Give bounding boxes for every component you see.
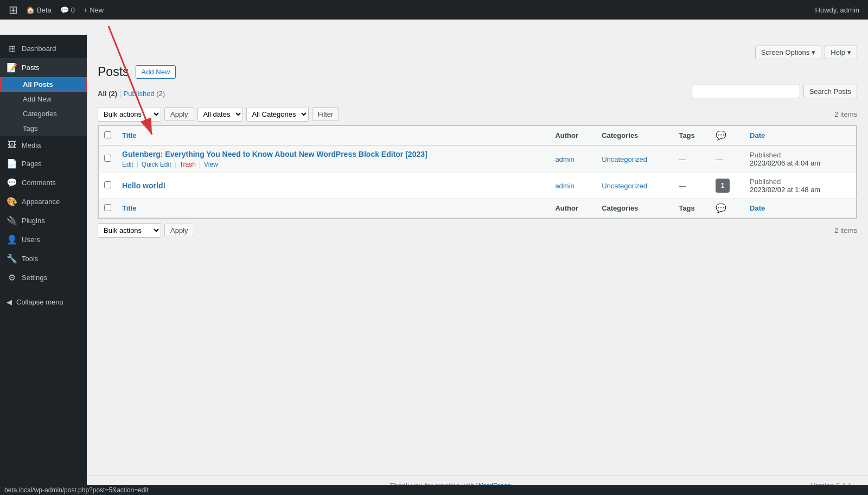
- table-footer-header-row: Title Author Categories Tags 💬: [99, 199, 857, 218]
- collapse-menu-btn[interactable]: ◀ Collapse menu: [0, 287, 87, 310]
- row1-author-link[interactable]: admin: [555, 155, 574, 163]
- help-btn[interactable]: Help ▾: [825, 46, 857, 59]
- row2-author-link[interactable]: admin: [555, 182, 574, 190]
- filter-published[interactable]: Published (2): [124, 90, 165, 98]
- posts-page-header: Posts Add New: [98, 65, 857, 79]
- topbar-site-link[interactable]: 🏠 Beta: [22, 0, 56, 20]
- sidebar-item-dashboard[interactable]: ⊞ Dashboard: [0, 39, 87, 58]
- posts-page-title: Posts: [98, 65, 129, 79]
- sidebar-label-posts: Posts: [22, 64, 40, 72]
- row2-categories-cell: Uncategorized: [596, 173, 673, 199]
- th-date[interactable]: Date: [744, 126, 856, 145]
- tf-title[interactable]: Title: [117, 199, 550, 218]
- row1-title-link[interactable]: Gutenberg: Everything You Need to Know A…: [122, 150, 427, 158]
- bulk-actions-group: Bulk actions Edit Move to Trash Apply Al…: [98, 107, 339, 122]
- date-filter-select[interactable]: All dates: [197, 107, 243, 122]
- row1-categories-cell: Uncategorized: [596, 145, 673, 173]
- sidebar-label-pages: Pages: [22, 160, 42, 168]
- th-title-label: Title: [122, 131, 137, 139]
- all-posts-label: All Posts: [23, 80, 53, 88]
- row2-checkbox[interactable]: [104, 181, 111, 188]
- th-categories: Categories: [596, 126, 673, 145]
- search-posts-btn[interactable]: Search Posts: [803, 85, 857, 98]
- sidebar-item-tools[interactable]: 🔧 Tools: [0, 249, 87, 268]
- row1-category-link[interactable]: Uncategorized: [602, 155, 647, 163]
- th-categories-label: Categories: [602, 131, 638, 139]
- row1-date-value: 2023/02/06 at 4:04 am: [750, 159, 851, 167]
- row1-trash-link[interactable]: Trash: [180, 161, 196, 168]
- th-comments: 💬: [710, 126, 744, 145]
- sidebar-label-plugins: Plugins: [22, 217, 45, 225]
- th-tags-label: Tags: [679, 131, 694, 139]
- topbar-comments-link[interactable]: 💬 0: [56, 0, 79, 20]
- row1-comments-cell: —: [710, 145, 744, 173]
- sidebar-item-media[interactable]: 🖼 Media: [0, 136, 87, 154]
- row1-edit-link[interactable]: Edit: [122, 161, 133, 168]
- filter-btn[interactable]: Filter: [312, 107, 340, 121]
- main-content: Screen Options ▾ Help ▾ Posts Add New Al…: [87, 35, 868, 495]
- wp-logo[interactable]: ⊞: [4, 0, 22, 20]
- filter-search-row: All (2) | Published (2) Search Posts: [98, 85, 857, 103]
- help-label: Help: [831, 48, 845, 56]
- bottom-toolbar: Bulk actions Edit Move to Trash Apply 2 …: [98, 223, 857, 238]
- row2-comment-count[interactable]: 1: [716, 179, 730, 193]
- apply-btn-top[interactable]: Apply: [164, 107, 194, 121]
- tf-comments: 💬: [710, 199, 744, 218]
- row1-date-status: Published: [750, 151, 851, 159]
- categories-label: Categories: [23, 110, 57, 118]
- categories-filter-select[interactable]: All Categories: [246, 107, 309, 122]
- sidebar-item-users[interactable]: 👤 Users: [0, 230, 87, 249]
- sidebar-item-add-new[interactable]: Add New: [0, 92, 87, 106]
- row1-quick-edit-link[interactable]: Quick Edit: [142, 161, 171, 168]
- screen-options-arrow: ▾: [812, 48, 815, 56]
- comments-col-icon: 💬: [716, 131, 726, 140]
- topbar-howdy: Howdy, admin: [815, 6, 859, 14]
- filter-all[interactable]: All (2): [98, 90, 117, 98]
- row2-title-link[interactable]: Hello world!: [122, 181, 165, 190]
- row1-checkbox[interactable]: [104, 155, 111, 162]
- collapse-label: Collapse menu: [16, 298, 63, 306]
- add-new-sub-label: Add New: [23, 95, 52, 103]
- row2-tags-value: —: [679, 182, 686, 190]
- bulk-actions-select-top[interactable]: Bulk actions Edit Move to Trash: [98, 107, 161, 122]
- sidebar-item-plugins[interactable]: 🔌 Plugins: [0, 211, 87, 230]
- top-items-count: 2 items: [834, 110, 857, 118]
- tf-author: Author: [550, 199, 596, 218]
- row2-date-status: Published: [750, 177, 851, 186]
- sidebar-item-pages[interactable]: 📄 Pages: [0, 154, 87, 173]
- select-all-checkbox[interactable]: [104, 131, 111, 138]
- add-new-btn[interactable]: Add New: [136, 65, 176, 79]
- screen-options-btn[interactable]: Screen Options ▾: [755, 46, 822, 59]
- select-all-bottom-checkbox[interactable]: [104, 204, 111, 211]
- sidebar-item-comments[interactable]: 💬 Comments: [0, 173, 87, 192]
- th-title[interactable]: Title: [117, 126, 550, 145]
- apply-btn-bottom[interactable]: Apply: [164, 224, 194, 237]
- tf-date[interactable]: Date: [744, 199, 856, 218]
- row1-author-cell: admin: [550, 145, 596, 173]
- sidebar-item-settings[interactable]: ⚙ Settings: [0, 268, 87, 287]
- plugins-icon: 🔌: [7, 215, 17, 226]
- filter-links: All (2) | Published (2): [98, 90, 165, 98]
- topbar-new-link[interactable]: + New: [79, 6, 108, 14]
- bulk-actions-select-bottom[interactable]: Bulk actions Edit Move to Trash: [98, 223, 161, 238]
- topbar-new-label: + New: [84, 6, 104, 14]
- th-date-label: Date: [750, 131, 765, 139]
- sidebar-item-all-posts[interactable]: All Posts: [0, 77, 87, 92]
- tf-categories: Categories: [596, 199, 673, 218]
- media-icon: 🖼: [7, 140, 17, 150]
- posts-table-wrapper: Title Author Categories Tags 💬: [98, 125, 857, 219]
- sidebar-item-posts[interactable]: 📝 Posts: [0, 58, 87, 77]
- row1-view-link[interactable]: View: [204, 161, 218, 168]
- sidebar-item-appearance[interactable]: 🎨 Appearance: [0, 192, 87, 211]
- screen-options-label: Screen Options: [761, 48, 810, 56]
- row2-category-link[interactable]: Uncategorized: [602, 182, 647, 190]
- sidebar-item-categories[interactable]: Categories: [0, 106, 87, 121]
- th-checkbox: [99, 126, 117, 145]
- tags-label: Tags: [23, 124, 37, 132]
- th-tags: Tags: [673, 126, 710, 145]
- sidebar-label-tools: Tools: [22, 255, 38, 263]
- row1-post-actions: Edit | Quick Edit | Trash | View: [122, 161, 544, 168]
- sidebar-item-tags[interactable]: Tags: [0, 121, 87, 136]
- search-input[interactable]: [692, 85, 800, 98]
- appearance-icon: 🎨: [7, 196, 17, 207]
